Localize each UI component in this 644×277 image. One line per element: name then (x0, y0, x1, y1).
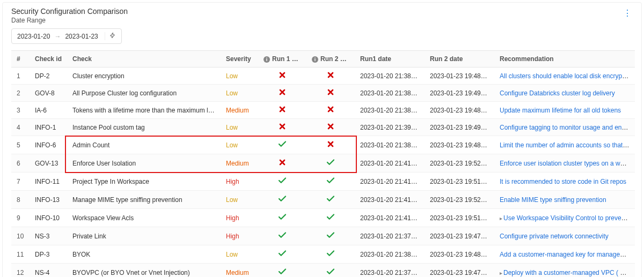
date-start: 2023-01-20 (17, 33, 50, 40)
table-row[interactable]: 6GOV-13Enforce User IsolationMedium2023-… (11, 154, 635, 173)
table-row[interactable]: 1DP-2Cluster encryptionLow2023-01-20 21:… (11, 68, 635, 85)
expand-caret-icon[interactable]: ▸ (500, 270, 502, 276)
cell-run1-date: 2023-01-20 21:41:51 (355, 191, 425, 209)
cell-rownum: 10 (11, 227, 30, 245)
cell-run2-status (306, 191, 355, 209)
table-row[interactable]: 11DP-3BYOKLow2023-01-20 21:38:382023-01-… (11, 245, 635, 264)
cell-run2-date: 2023-01-23 19:48:37 (425, 68, 494, 85)
cell-recommendation[interactable]: Enforce user isolation cluster types on … (494, 154, 635, 173)
cell-severity: High (221, 227, 258, 245)
cell-run1-date: 2023-01-20 21:38:58 (355, 85, 425, 102)
cell-check: BYOK (67, 245, 221, 264)
pass-icon (277, 234, 287, 242)
cell-run2-status (306, 245, 355, 264)
fail-icon (326, 143, 335, 150)
fail-icon (278, 125, 287, 132)
pass-icon (326, 216, 335, 223)
cell-recommendation[interactable]: ▸Deploy with a customer-managed VPC ( BY… (494, 264, 635, 278)
cell-rownum: 6 (11, 154, 30, 173)
pass-icon (326, 271, 335, 277)
cell-run2-status (306, 85, 355, 102)
cell-run2-date: 2023-01-23 19:51:51 (425, 209, 494, 227)
cell-recommendation[interactable]: Limit the number of admin accounts so th… (494, 136, 635, 154)
cell-rownum: 11 (11, 245, 30, 264)
pass-icon (277, 179, 287, 187)
col-run1-date[interactable]: Run1 date (355, 51, 425, 68)
table-row[interactable]: 9INFO-10Workspace View AclsHigh2023-01-2… (11, 209, 635, 227)
table-row[interactable]: 4INFO-1Instance Pool custom tagLow2023-0… (11, 119, 635, 136)
date-range-label: Date Range (11, 17, 128, 24)
pass-icon (326, 198, 335, 205)
page-title: Security Configuration Comparison (11, 7, 128, 16)
cell-severity: Low (221, 136, 258, 154)
results-table: # Check id Check Severity iRun 1 statu i… (11, 50, 635, 277)
cell-run2-status (306, 119, 355, 136)
cell-run1-date: 2023-01-20 21:38:24 (355, 136, 425, 154)
col-recommendation[interactable]: Recommendation (494, 51, 635, 68)
more-options-icon[interactable]: ⋮ (620, 7, 635, 19)
pass-icon (326, 179, 335, 187)
cell-recommendation[interactable]: All clusters should enable local disk en… (494, 68, 635, 85)
cell-checkid: INFO-6 (30, 136, 67, 154)
cell-run1-status (258, 85, 306, 102)
pass-icon (277, 252, 287, 260)
col-run2-date[interactable]: Run 2 date (425, 51, 494, 68)
pass-icon (277, 143, 287, 151)
col-check[interactable]: Check (67, 51, 221, 68)
col-num[interactable]: # (11, 51, 30, 68)
table-row[interactable]: 2GOV-8All Purpose Cluster log configurat… (11, 85, 635, 102)
fail-icon (326, 125, 335, 132)
cell-check: Cluster encryption (67, 68, 221, 85)
table-row[interactable]: 8INFO-13Manage MIME type sniffing preven… (11, 191, 635, 209)
cell-run1-status (258, 173, 306, 191)
col-run2-status[interactable]: iRun 2 statu (306, 51, 355, 68)
cell-run1-status (258, 227, 306, 245)
arrow-right-icon: → (54, 33, 61, 40)
cell-recommendation[interactable]: Configure tagging to monitor usage and e… (494, 119, 635, 136)
cell-recommendation[interactable]: Add a customer-managed key for managed s… (494, 245, 635, 264)
col-checkid[interactable]: Check id (30, 51, 67, 68)
cell-checkid: DP-2 (30, 68, 67, 85)
col-run1-status[interactable]: iRun 1 statu (258, 51, 306, 68)
cell-run2-status (306, 264, 355, 278)
col-severity[interactable]: Severity (221, 51, 258, 68)
cell-severity: High (221, 173, 258, 191)
cell-severity: Medium (221, 102, 258, 119)
cell-run2-date: 2023-01-23 19:49:05 (425, 85, 494, 102)
cell-run2-status (306, 102, 355, 119)
cell-run1-status (258, 209, 306, 227)
fail-icon (326, 73, 335, 81)
fail-icon (326, 108, 335, 115)
cell-recommendation[interactable]: Configure private network connectivity (494, 227, 635, 245)
cell-run2-date: 2023-01-23 19:52:27 (425, 191, 494, 209)
table-row[interactable]: 12NS-4BYOVPC (or BYO Vnet or Vnet Inject… (11, 264, 635, 278)
cell-run2-status (306, 209, 355, 227)
date-range-picker[interactable]: 2023-01-20 → 2023-01-23 (11, 28, 122, 44)
expand-caret-icon[interactable]: ▸ (500, 215, 502, 221)
table-row[interactable]: 7INFO-11Project Type In WorkspaceHigh202… (11, 173, 635, 191)
cell-recommendation[interactable]: Enable MIME type sniffing prevention (494, 191, 635, 209)
cell-severity: Medium (221, 154, 258, 173)
cell-run1-date: 2023-01-20 21:39:17 (355, 119, 425, 136)
cell-checkid: NS-4 (30, 264, 67, 278)
cell-run1-status (258, 154, 306, 173)
cell-recommendation[interactable]: Configure Databricks cluster log deliver… (494, 85, 635, 102)
cell-check: Admin Count (67, 136, 221, 154)
cell-run1-date: 2023-01-20 21:37:44 (355, 227, 425, 245)
cell-recommendation[interactable]: Update maximum lifetime for all old toke… (494, 102, 635, 119)
cell-recommendation[interactable]: It is recommended to store code in Git r… (494, 173, 635, 191)
table-row[interactable]: 10NS-3Private LinkHigh2023-01-20 21:37:4… (11, 227, 635, 245)
cell-run1-status (258, 191, 306, 209)
table-row[interactable]: 5INFO-6Admin CountLow2023-01-20 21:38:24… (11, 136, 635, 154)
refresh-bolt-icon[interactable] (105, 32, 116, 40)
table-row[interactable]: 3IA-6Tokens with a lifetime more than th… (11, 102, 635, 119)
pass-icon (277, 198, 287, 205)
cell-check: Project Type In Workspace (67, 173, 221, 191)
cell-run2-status (306, 68, 355, 85)
cell-recommendation[interactable]: ▸Use Workspace Visibility Control to pre… (494, 209, 635, 227)
cell-run1-status (258, 119, 306, 136)
cell-rownum: 9 (11, 209, 30, 227)
cell-run1-date: 2023-01-20 21:38:19 (355, 102, 425, 119)
cell-severity: Medium (221, 264, 258, 278)
cell-run2-date: 2023-01-23 19:48:42 (425, 245, 494, 264)
